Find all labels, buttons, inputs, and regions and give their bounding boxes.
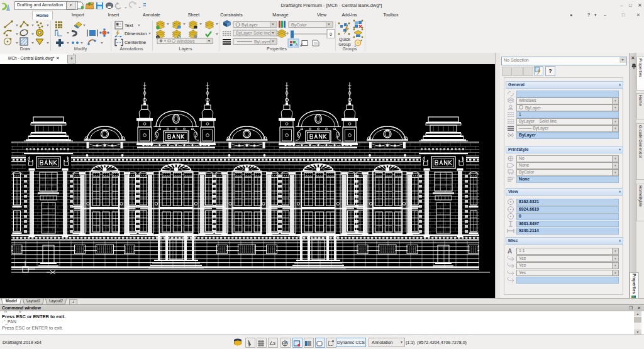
svg-text:Group: Group — [338, 42, 351, 47]
svg-text:ByColor: ByColor — [291, 23, 308, 28]
svg-text:Text: Text — [125, 23, 134, 28]
svg-text:Centerline: Centerline — [125, 40, 146, 45]
svg-text:ByLayer: ByLayer — [236, 31, 252, 36]
svg-text:Dimension: Dimension — [125, 31, 147, 36]
svg-text:15: 15 — [512, 176, 514, 179]
svg-text:Windows: Windows — [177, 39, 195, 43]
svg-text:ByLayer: ByLayer — [242, 23, 258, 28]
svg-text:Solid line: Solid line — [253, 31, 270, 35]
svg-text:Quick: Quick — [339, 37, 350, 42]
svg-text:0: 0 — [330, 31, 332, 37]
svg-text:ByLayer: ByLayer — [254, 40, 270, 45]
svg-text:A: A — [508, 248, 512, 254]
